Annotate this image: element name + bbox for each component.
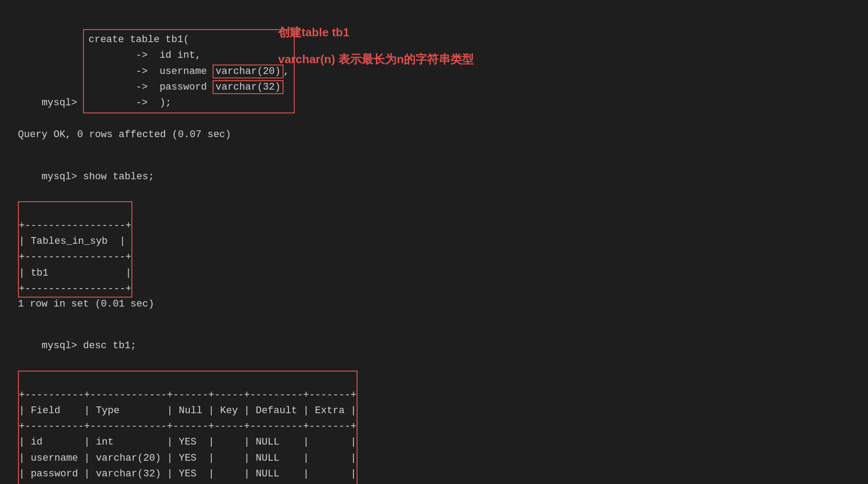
desc-command: mysql> desc tb1; xyxy=(18,322,850,370)
mysql-prompt-2: mysql> xyxy=(42,171,83,182)
show-tables-result: +-----------------+ | Tables_in_syb | +-… xyxy=(18,201,132,298)
show-tables-section: mysql> show tables; +-----------------+ … xyxy=(18,153,850,310)
create-table-section: mysql> create table tb1( -> id int, -> u… xyxy=(18,13,850,140)
mysql-prompt-1: mysql> xyxy=(42,97,83,108)
query-ok-result: Query OK, 0 rows affected (0.07 sec) xyxy=(18,129,850,140)
show-tables-command: mysql> show tables; xyxy=(18,153,850,200)
create-table-box: create table tb1( -> id int, -> username… xyxy=(83,29,295,113)
desc-section: mysql> desc tb1; +----------+-----------… xyxy=(18,322,850,484)
varchar32-box: varchar(32) xyxy=(213,80,283,94)
create-table-annotation: 创建table tb1 xyxy=(278,25,349,40)
varchar-annotation: varchar(n) 表示最长为n的字符串类型 xyxy=(278,52,474,67)
show-tables-footer: 1 row in set (0.01 sec) xyxy=(18,298,850,310)
mysql-prompt-3: mysql> xyxy=(42,340,83,351)
desc-result-table: +----------+-------------+------+-----+-… xyxy=(18,371,358,484)
create-table-command: mysql> create table tb1( -> id int, -> u… xyxy=(18,13,850,129)
varchar20-box: varchar(20) xyxy=(213,65,283,78)
